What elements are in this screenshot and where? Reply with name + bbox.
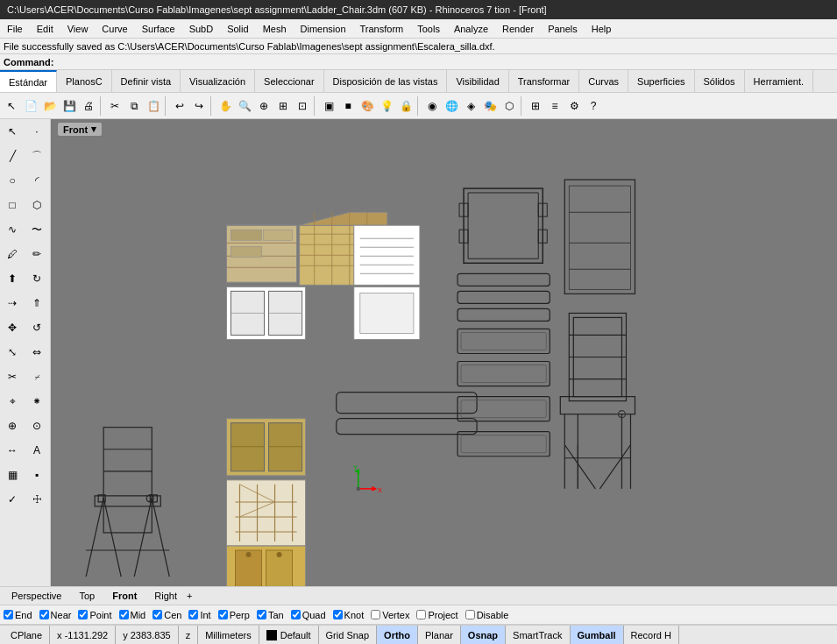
tb-disp[interactable]: ⬡ (500, 96, 519, 116)
tb-shade[interactable]: ■ (338, 96, 358, 116)
tb-copy[interactable]: ⧉ (124, 96, 144, 116)
tb-paste[interactable]: 📋 (144, 96, 163, 116)
snap-tan-checkbox[interactable] (257, 610, 266, 619)
snap-cen-checkbox[interactable] (153, 610, 162, 619)
menu-dimension[interactable]: Dimension (294, 19, 353, 38)
snap-quad-checkbox[interactable] (291, 610, 301, 619)
sb-record-btn[interactable]: Record H (624, 626, 679, 644)
lt-snap-btn[interactable]: ✓ (1, 488, 24, 511)
lt-gumball-btn[interactable]: ☩ (25, 488, 48, 511)
snap-quad[interactable]: Quad (291, 610, 326, 620)
lt-scale-btn[interactable]: ⤡ (1, 341, 24, 364)
tab-superficies[interactable]: Superficies (628, 70, 694, 92)
lt-freeform-btn[interactable]: 🖊 (1, 243, 24, 265)
lt-trim-btn[interactable]: ✂ (1, 365, 24, 388)
tb-lock[interactable]: 🔒 (396, 96, 415, 116)
snap-end[interactable]: End (4, 610, 32, 620)
lt-loft-btn[interactable]: ⇑ (25, 292, 48, 315)
tab-transformar[interactable]: Transformar (509, 70, 580, 92)
tb-wire[interactable]: ▣ (319, 96, 338, 116)
menu-solid[interactable]: Solid (220, 19, 255, 38)
tab-standard[interactable]: Estándar (0, 70, 57, 92)
lt-mirror-btn[interactable]: ⇔ (25, 341, 48, 364)
tb-light[interactable]: 💡 (377, 96, 396, 116)
tb-save[interactable]: 💾 (60, 96, 79, 116)
lt-extrude-btn[interactable]: ⬆ (1, 267, 24, 290)
tb-zoom-sel[interactable]: ⊡ (293, 96, 312, 116)
tb-undo[interactable]: ↩ (170, 96, 189, 116)
vt-top[interactable]: Top (71, 589, 103, 603)
menu-help[interactable]: Help (585, 19, 619, 38)
tb-col[interactable]: 🎭 (480, 96, 500, 116)
tb-select[interactable]: ↖ (2, 96, 21, 116)
snap-point[interactable]: Point (78, 610, 111, 620)
lt-dim-btn[interactable]: ↔ (1, 439, 24, 462)
sb-osnap-btn[interactable]: Osnap (461, 626, 506, 644)
tb-grid[interactable]: ⊞ (526, 96, 545, 116)
snap-project[interactable]: Project (416, 610, 458, 620)
snap-knot[interactable]: Knot (333, 610, 365, 620)
snap-mid-checkbox[interactable] (119, 610, 129, 619)
tab-solidos[interactable]: Sólidos (695, 70, 745, 92)
tab-herram[interactable]: Herramient. (745, 70, 813, 92)
tab-visualizacion[interactable]: Visualización (181, 70, 255, 92)
lt-offset-btn[interactable]: ⊙ (25, 414, 48, 437)
snap-disable-checkbox[interactable] (465, 610, 475, 619)
viewport-front[interactable]: Front ▾ (51, 119, 837, 586)
lt-join-btn[interactable]: ⌖ (1, 390, 24, 413)
lt-hatch-btn[interactable]: ▦ (1, 464, 24, 486)
tb-render-btn[interactable]: 🎨 (358, 96, 377, 116)
snap-near[interactable]: Near (39, 610, 72, 620)
tb-zoom-win[interactable]: 🔍 (235, 96, 254, 116)
tab-curvas[interactable]: Curvas (579, 70, 628, 92)
sb-ortho-btn[interactable]: Ortho (377, 626, 418, 644)
lt-revolve-btn[interactable]: ↻ (25, 267, 48, 290)
menu-edit[interactable]: Edit (30, 19, 60, 38)
snap-near-checkbox[interactable] (39, 610, 49, 619)
menu-render[interactable]: Render (495, 19, 541, 38)
snap-vertex-checkbox[interactable] (371, 610, 380, 619)
tb-zoom-ext[interactable]: ⊞ (273, 96, 293, 116)
tb-zoom[interactable]: ⊕ (254, 96, 273, 116)
lt-curve-btn[interactable]: ∿ (1, 218, 24, 241)
lt-rect-btn[interactable]: □ (1, 194, 24, 216)
menu-subd[interactable]: SubD (182, 19, 221, 38)
snap-perp[interactable]: Perp (218, 610, 250, 620)
lt-interp-btn[interactable]: 〜 (25, 218, 48, 241)
menu-view[interactable]: View (60, 19, 96, 38)
tb-tex[interactable]: ◈ (461, 96, 480, 116)
menu-panels[interactable]: Panels (541, 19, 585, 38)
tb-props[interactable]: ⚙ (564, 96, 584, 116)
snap-point-checkbox[interactable] (78, 610, 88, 619)
tb-print[interactable]: 🖨 (79, 96, 98, 116)
lt-rotate-btn[interactable]: ↺ (25, 316, 48, 339)
sb-gridsnap-btn[interactable]: Grid Snap (319, 626, 378, 644)
snap-knot-checkbox[interactable] (333, 610, 343, 619)
lt-sweep-btn[interactable]: ⇢ (1, 292, 24, 315)
snap-disable[interactable]: Disable (465, 610, 509, 620)
menu-surface[interactable]: Surface (135, 19, 182, 38)
lt-circle-btn[interactable]: ○ (1, 169, 24, 192)
tb-cut[interactable]: ✂ (105, 96, 124, 116)
tb-help-btn[interactable]: ? (584, 96, 603, 116)
vt-front[interactable]: Front (104, 589, 145, 603)
snap-project-checkbox[interactable] (416, 610, 426, 619)
tab-planosc[interactable]: PlanosC (57, 70, 112, 92)
snap-tan[interactable]: Tan (257, 610, 284, 620)
tb-open[interactable]: 📂 (40, 96, 60, 116)
lt-polygon-btn[interactable]: ⬡ (25, 194, 48, 216)
lt-text-btn[interactable]: A (25, 439, 48, 462)
tb-env[interactable]: 🌐 (442, 96, 461, 116)
lt-select-btn[interactable]: ↖ (1, 120, 24, 143)
lt-block-btn[interactable]: ▪ (25, 464, 48, 486)
tb-new[interactable]: 📄 (21, 96, 40, 116)
menu-curve[interactable]: Curve (95, 19, 134, 38)
sb-gumball-btn[interactable]: Gumball (571, 626, 624, 644)
lt-arc-btn[interactable]: ◜ (25, 169, 48, 192)
snap-int-checkbox[interactable] (188, 610, 198, 619)
tb-mat[interactable]: ◉ (422, 96, 442, 116)
snap-end-checkbox[interactable] (4, 610, 13, 619)
menu-file[interactable]: File (0, 19, 30, 38)
snap-vertex[interactable]: Vertex (371, 610, 409, 620)
sb-planar-btn[interactable]: Planar (418, 626, 461, 644)
